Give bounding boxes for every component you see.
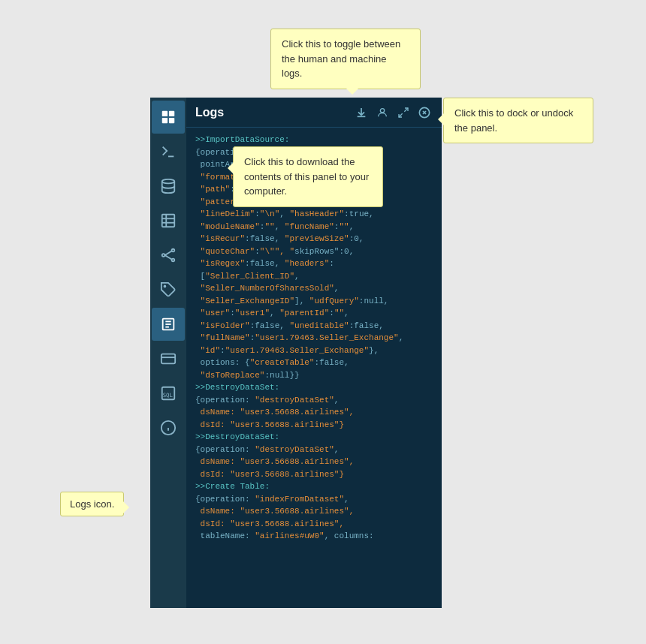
tooltip-dock-text: Click this to dock or undock the panel. [454, 107, 573, 134]
sidebar-item-table[interactable] [152, 204, 185, 237]
tooltip-dock-panel: Click this to dock or undock the panel. [443, 98, 593, 143]
log-line: dsName: "user3.56688.airlines", [195, 505, 433, 518]
toggle-logs-button[interactable] [374, 104, 391, 121]
tooltip-logs-icon: Logs icon. [60, 492, 124, 516]
download-button[interactable] [353, 104, 370, 121]
log-line: >>Create Table: [195, 480, 433, 493]
svg-rect-0 [162, 111, 168, 116]
log-line: ["Seller_Client_ID", [195, 270, 433, 283]
sidebar-item-info[interactable] [152, 411, 185, 444]
table-icon [160, 212, 177, 229]
log-line: dsId: "user3.56688.airlines"} [195, 419, 433, 432]
sidebar-item-extensions[interactable] [152, 273, 185, 306]
grid-icon [160, 109, 177, 125]
log-line: {operation: "indexFromDataset", [195, 493, 433, 506]
tooltip-toggle-logs: Click this to toggle between the human a… [270, 29, 421, 89]
download-icon [355, 107, 367, 119]
log-line: dsName: "user3.56688.airlines", [195, 406, 433, 419]
log-line: dsName: "user3.56688.airlines", [195, 456, 433, 468]
svg-line-14 [165, 255, 171, 260]
tooltip-logs-icon-text: Logs icon. [70, 498, 114, 510]
svg-rect-6 [162, 215, 175, 227]
tooltip-download-panel: Click this to download the contents of t… [233, 146, 383, 207]
sidebar-item-dashboard[interactable] [152, 101, 185, 134]
sidebar: SQL [150, 98, 186, 608]
tooltip-download-text: Click this to download the contents of t… [244, 156, 369, 197]
svg-rect-2 [162, 118, 168, 123]
log-line: "dsToReplace":null}} [195, 369, 433, 382]
log-line: >>ImportDataSource: [195, 134, 433, 146]
log-line: {operation: "destroyDataSet", [195, 444, 433, 456]
log-line: dsId: "user3.56688.airlines"} [195, 468, 433, 481]
terminal-icon [160, 143, 177, 160]
svg-line-13 [165, 251, 171, 256]
sidebar-item-card[interactable] [152, 342, 185, 375]
logs-icon [160, 316, 177, 333]
svg-point-11 [172, 249, 175, 252]
log-line: "moduleName":"", "funcName":"", [195, 221, 433, 233]
svg-text:SQL: SQL [163, 392, 174, 399]
card-icon [160, 351, 177, 367]
log-line: {operation: "destroyDataSet", [195, 394, 433, 407]
log-line: "Seller_NumberOfSharesSold", [195, 282, 433, 295]
info-icon [160, 420, 177, 436]
database-icon [160, 178, 177, 194]
expand-icon [397, 107, 409, 119]
svg-line-30 [399, 113, 403, 117]
log-line: "user":"user1", "parentId":"", [195, 307, 433, 320]
log-line: "isRegex":false, "headers": [195, 257, 433, 270]
sidebar-item-nodes[interactable] [152, 239, 185, 272]
log-line: options: {"createTable":false, [195, 357, 433, 369]
log-line: "isRecur":false, "previewSize":0, [195, 233, 433, 245]
close-icon [418, 107, 430, 119]
tooltip-toggle-text: Click this to toggle between the human a… [282, 38, 400, 79]
sidebar-item-terminal[interactable] [152, 135, 185, 168]
svg-point-10 [162, 254, 165, 257]
logs-title: Logs [195, 106, 224, 119]
svg-rect-20 [162, 354, 175, 364]
close-button[interactable] [416, 104, 433, 121]
logs-header: Logs [186, 98, 442, 128]
expand-button[interactable] [395, 104, 412, 121]
log-line: "quoteChar":"\"", "skipRows":0, [195, 245, 433, 258]
sidebar-item-logs[interactable] [152, 308, 185, 341]
log-line: >>DestroyDataSet: [195, 381, 433, 394]
logs-toolbar [353, 104, 433, 121]
svg-point-12 [172, 259, 175, 262]
log-line: "id":"user1.79463.Seller_Exchange"}, [195, 345, 433, 357]
log-line: tableName: "airlines#uW0", columns: [195, 530, 433, 543]
sql-icon: SQL [160, 385, 177, 402]
svg-rect-3 [169, 118, 174, 123]
svg-rect-1 [169, 111, 174, 116]
log-line: >>DestroyDataSet: [195, 431, 433, 444]
sidebar-item-database[interactable] [152, 170, 185, 203]
svg-point-15 [165, 286, 166, 287]
svg-line-29 [404, 108, 408, 112]
nodes-icon [160, 247, 177, 263]
log-line: "fullName":"user1.79463.Seller_Exchange"… [195, 332, 433, 345]
puzzle-icon [160, 281, 177, 298]
log-line: dsId: "user3.56688.airlines", [195, 518, 433, 531]
log-line: "isFolder":false, "uneditable":false, [195, 320, 433, 333]
person-icon [376, 107, 388, 119]
sidebar-item-sql[interactable]: SQL [152, 377, 185, 410]
log-line: "Seller_ExchangeID"], "udfQuery":null, [195, 295, 433, 308]
svg-point-5 [162, 179, 175, 184]
log-line: "lineDelim":"\n", "hasHeader":true, [195, 208, 433, 221]
svg-point-28 [380, 108, 384, 112]
